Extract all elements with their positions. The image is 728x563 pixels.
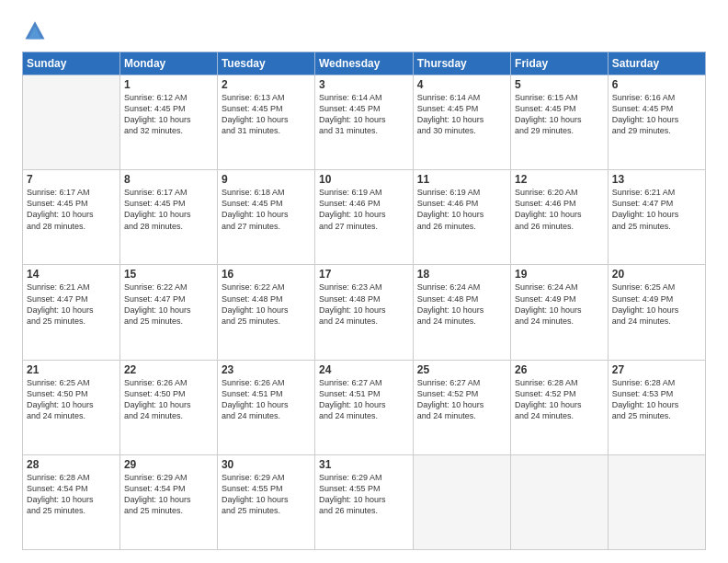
calendar-cell: 21Sunrise: 6:25 AM Sunset: 4:50 PM Dayli…: [23, 360, 120, 454]
calendar-cell: 5Sunrise: 6:15 AM Sunset: 4:45 PM Daylig…: [511, 75, 609, 170]
day-info: Sunrise: 6:27 AM Sunset: 4:51 PM Dayligh…: [319, 377, 409, 422]
calendar-cell: 31Sunrise: 6:29 AM Sunset: 4:55 PM Dayli…: [314, 454, 413, 549]
day-info: Sunrise: 6:26 AM Sunset: 4:50 PM Dayligh…: [124, 377, 213, 422]
day-number: 16: [222, 268, 311, 281]
calendar-week-5: 28Sunrise: 6:28 AM Sunset: 4:54 PM Dayli…: [23, 454, 706, 549]
day-info: Sunrise: 6:21 AM Sunset: 4:47 PM Dayligh…: [27, 282, 116, 327]
day-number: 10: [319, 173, 409, 186]
calendar-cell: 10Sunrise: 6:19 AM Sunset: 4:46 PM Dayli…: [314, 170, 413, 265]
day-number: 6: [612, 78, 701, 91]
calendar-cell: [608, 454, 705, 549]
day-info: Sunrise: 6:16 AM Sunset: 4:45 PM Dayligh…: [612, 92, 701, 137]
logo-icon: [22, 17, 48, 42]
calendar-cell: 2Sunrise: 6:13 AM Sunset: 4:45 PM Daylig…: [217, 75, 314, 170]
calendar-cell: 22Sunrise: 6:26 AM Sunset: 4:50 PM Dayli…: [119, 360, 217, 454]
calendar-body: 1Sunrise: 6:12 AM Sunset: 4:45 PM Daylig…: [23, 75, 706, 550]
calendar-header-tuesday: Tuesday: [217, 52, 314, 75]
calendar-header-friday: Friday: [511, 52, 609, 75]
day-info: Sunrise: 6:25 AM Sunset: 4:49 PM Dayligh…: [612, 282, 701, 327]
day-info: Sunrise: 6:19 AM Sunset: 4:46 PM Dayligh…: [417, 187, 506, 232]
day-info: Sunrise: 6:17 AM Sunset: 4:45 PM Dayligh…: [124, 187, 213, 232]
calendar-cell: 30Sunrise: 6:29 AM Sunset: 4:55 PM Dayli…: [217, 454, 314, 549]
calendar-header-sunday: Sunday: [23, 52, 120, 75]
calendar-week-3: 14Sunrise: 6:21 AM Sunset: 4:47 PM Dayli…: [23, 265, 706, 360]
day-number: 25: [417, 363, 506, 376]
day-number: 31: [319, 458, 409, 471]
calendar-cell: 7Sunrise: 6:17 AM Sunset: 4:45 PM Daylig…: [23, 170, 120, 265]
day-number: 7: [27, 173, 116, 186]
calendar-cell: 29Sunrise: 6:29 AM Sunset: 4:54 PM Dayli…: [119, 454, 217, 549]
day-info: Sunrise: 6:27 AM Sunset: 4:52 PM Dayligh…: [417, 377, 506, 422]
calendar-cell: 15Sunrise: 6:22 AM Sunset: 4:47 PM Dayli…: [119, 265, 217, 360]
calendar-cell: 9Sunrise: 6:18 AM Sunset: 4:45 PM Daylig…: [217, 170, 314, 265]
day-info: Sunrise: 6:24 AM Sunset: 4:48 PM Dayligh…: [417, 282, 506, 327]
calendar-cell: 8Sunrise: 6:17 AM Sunset: 4:45 PM Daylig…: [119, 170, 217, 265]
calendar-cell: [511, 454, 609, 549]
day-number: 21: [27, 363, 116, 376]
calendar-cell: 25Sunrise: 6:27 AM Sunset: 4:52 PM Dayli…: [413, 360, 510, 454]
calendar-cell: 17Sunrise: 6:23 AM Sunset: 4:48 PM Dayli…: [314, 265, 413, 360]
calendar-header-saturday: Saturday: [608, 52, 705, 75]
calendar-week-2: 7Sunrise: 6:17 AM Sunset: 4:45 PM Daylig…: [23, 170, 706, 265]
calendar-week-1: 1Sunrise: 6:12 AM Sunset: 4:45 PM Daylig…: [23, 75, 706, 170]
day-number: 18: [417, 268, 506, 281]
day-info: Sunrise: 6:17 AM Sunset: 4:45 PM Dayligh…: [27, 187, 116, 232]
day-info: Sunrise: 6:21 AM Sunset: 4:47 PM Dayligh…: [612, 187, 701, 232]
day-number: 23: [222, 363, 311, 376]
day-number: 30: [222, 458, 311, 471]
day-number: 3: [319, 78, 409, 91]
day-number: 5: [515, 78, 604, 91]
day-info: Sunrise: 6:26 AM Sunset: 4:51 PM Dayligh…: [222, 377, 311, 422]
calendar-cell: 27Sunrise: 6:28 AM Sunset: 4:53 PM Dayli…: [608, 360, 705, 454]
calendar-header-thursday: Thursday: [413, 52, 510, 75]
calendar-page: SundayMondayTuesdayWednesdayThursdayFrid…: [0, 0, 728, 563]
day-number: 20: [612, 268, 701, 281]
day-info: Sunrise: 6:23 AM Sunset: 4:48 PM Dayligh…: [319, 282, 409, 327]
day-number: 17: [319, 268, 409, 281]
day-info: Sunrise: 6:28 AM Sunset: 4:53 PM Dayligh…: [612, 377, 701, 422]
day-info: Sunrise: 6:29 AM Sunset: 4:55 PM Dayligh…: [222, 472, 311, 517]
day-number: 26: [515, 363, 604, 376]
calendar-cell: 16Sunrise: 6:22 AM Sunset: 4:48 PM Dayli…: [217, 265, 314, 360]
day-number: 14: [27, 268, 116, 281]
calendar-week-4: 21Sunrise: 6:25 AM Sunset: 4:50 PM Dayli…: [23, 360, 706, 454]
day-info: Sunrise: 6:29 AM Sunset: 4:55 PM Dayligh…: [319, 472, 409, 517]
day-number: 28: [27, 458, 116, 471]
day-info: Sunrise: 6:24 AM Sunset: 4:49 PM Dayligh…: [515, 282, 604, 327]
day-number: 22: [124, 363, 213, 376]
day-info: Sunrise: 6:13 AM Sunset: 4:45 PM Dayligh…: [222, 92, 311, 137]
day-number: 1: [124, 78, 213, 91]
day-number: 4: [417, 78, 506, 91]
day-info: Sunrise: 6:14 AM Sunset: 4:45 PM Dayligh…: [319, 92, 409, 137]
calendar-cell: [413, 454, 510, 549]
day-number: 11: [417, 173, 506, 186]
day-number: 27: [612, 363, 701, 376]
day-info: Sunrise: 6:22 AM Sunset: 4:48 PM Dayligh…: [222, 282, 311, 327]
day-info: Sunrise: 6:28 AM Sunset: 4:52 PM Dayligh…: [515, 377, 604, 422]
calendar-cell: 18Sunrise: 6:24 AM Sunset: 4:48 PM Dayli…: [413, 265, 510, 360]
day-number: 13: [612, 173, 701, 186]
day-info: Sunrise: 6:20 AM Sunset: 4:46 PM Dayligh…: [515, 187, 604, 232]
day-number: 24: [319, 363, 409, 376]
day-number: 8: [124, 173, 213, 186]
calendar-cell: [23, 75, 120, 170]
calendar-cell: 12Sunrise: 6:20 AM Sunset: 4:46 PM Dayli…: [511, 170, 609, 265]
day-info: Sunrise: 6:18 AM Sunset: 4:45 PM Dayligh…: [222, 187, 311, 232]
calendar-cell: 26Sunrise: 6:28 AM Sunset: 4:52 PM Dayli…: [511, 360, 609, 454]
day-info: Sunrise: 6:25 AM Sunset: 4:50 PM Dayligh…: [27, 377, 116, 422]
calendar-cell: 28Sunrise: 6:28 AM Sunset: 4:54 PM Dayli…: [23, 454, 120, 549]
day-number: 29: [124, 458, 213, 471]
calendar-header-row: SundayMondayTuesdayWednesdayThursdayFrid…: [23, 52, 706, 75]
day-number: 12: [515, 173, 604, 186]
day-info: Sunrise: 6:12 AM Sunset: 4:45 PM Dayligh…: [124, 92, 213, 137]
calendar-cell: 19Sunrise: 6:24 AM Sunset: 4:49 PM Dayli…: [511, 265, 609, 360]
day-info: Sunrise: 6:19 AM Sunset: 4:46 PM Dayligh…: [319, 187, 409, 232]
day-info: Sunrise: 6:29 AM Sunset: 4:54 PM Dayligh…: [124, 472, 213, 517]
day-number: 2: [222, 78, 311, 91]
calendar-cell: 24Sunrise: 6:27 AM Sunset: 4:51 PM Dayli…: [314, 360, 413, 454]
calendar-header-wednesday: Wednesday: [314, 52, 413, 75]
day-number: 15: [124, 268, 213, 281]
day-info: Sunrise: 6:28 AM Sunset: 4:54 PM Dayligh…: [27, 472, 116, 517]
logo: [22, 17, 51, 42]
day-number: 9: [222, 173, 311, 186]
